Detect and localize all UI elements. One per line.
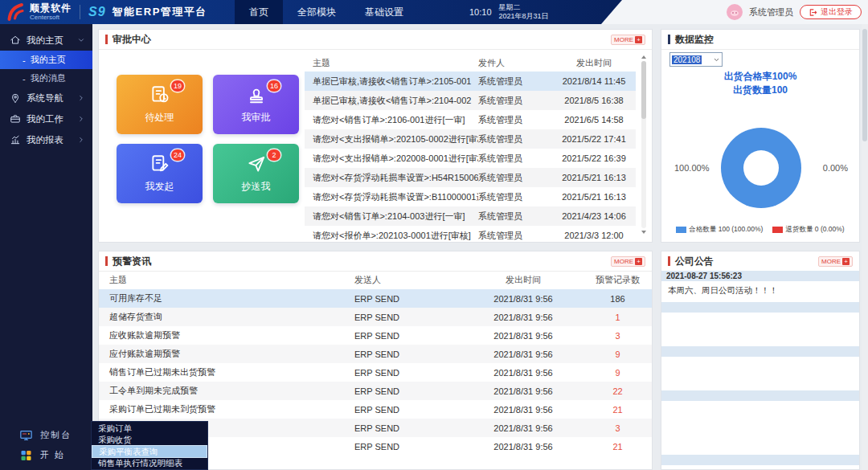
sidebar-item-work[interactable]: 我的工作 <box>0 108 92 129</box>
monitor-icon <box>19 429 33 442</box>
row-time: 2021/5/22 17:41 <box>552 134 636 144</box>
scroll-up-arrow[interactable] <box>641 55 646 59</box>
sidebar-item-report[interactable]: 我的报表 <box>0 129 92 150</box>
popup-item[interactable]: 采购平衡表查询 <box>92 446 207 457</box>
row-time: 2021/8/31 9:56 <box>463 423 583 433</box>
sidebar-subitem[interactable]: -我的消息 <box>0 69 92 88</box>
legend-swatch <box>676 227 686 233</box>
row-time: 2021/8/31 9:56 <box>463 368 583 378</box>
approval-row[interactable]: 请您对<销售订单>:2106-001进行[一审]系统管理员2021/6/5 14… <box>305 110 636 129</box>
notice-date-row[interactable] <box>661 455 859 465</box>
notice-more-link[interactable]: MORE + <box>818 256 853 267</box>
erp-home-screen: 顺景软件 Centersoft S9 智能ERP管理平台 首页全部模块基础设置 … <box>0 0 868 470</box>
row-time: 2021/3/3 12:00 <box>552 231 636 240</box>
notice-content <box>661 313 859 346</box>
home-icon <box>10 35 21 46</box>
scroll-down-arrow[interactable] <box>641 231 646 234</box>
approval-row[interactable]: 请您对<存货浮动耗损率设置>:H54R15006002进行[审核]系统管理员20… <box>305 168 636 187</box>
alert-row[interactable]: 采购订单已过期未到货预警ERP SEND2021/8/31 9:5621 <box>99 400 652 419</box>
row-alert-count: 9 <box>583 349 652 359</box>
start-popup-menu: 采购订单采购收货采购平衡表查询销售单执行情况明细表 <box>91 421 208 470</box>
approval-row[interactable]: 请您对<报价单>:202103-0001进行[审核]系统管理员2021/3/3 … <box>305 226 636 245</box>
notice-date-row[interactable] <box>661 390 859 401</box>
row-sender: 系统管理员 <box>478 76 552 88</box>
approval-panel-header: 审批中心 MORE + <box>99 30 652 50</box>
alert-row[interactable]: 工令单到期未完成预警ERP SEND2021/8/31 9:5622 <box>99 382 652 400</box>
panel-accent <box>668 256 670 266</box>
approval-table-header: 主题 发件人 发出时间 <box>305 54 636 72</box>
alert-row[interactable]: 应收账款逾期预警ERP SEND2021/8/31 9:563 <box>99 326 652 345</box>
row-subject: 单据已审核,请接收<销售订单>:2104-002 <box>305 95 478 107</box>
approval-row[interactable]: 单据已审核,请接收<销售订单>:2105-001系统管理员2021/8/14 1… <box>305 72 636 91</box>
logout-button[interactable]: 退出登录 <box>800 5 862 19</box>
alert-row[interactable]: 销售订单已过期未出货预警ERP SEND2021/8/31 9:569 <box>99 363 652 382</box>
topbar-right: 系统管理员 退出登录 <box>727 0 862 24</box>
chevron-right-icon <box>77 94 85 102</box>
notice-content: 本周六、周日公司活动！！！ <box>661 281 859 302</box>
period-select[interactable]: 202108 <box>669 52 723 67</box>
row-time: 2021/8/31 9:56 <box>463 313 583 322</box>
metric-pass-rate: 出货合格率100% <box>661 70 859 84</box>
count-badge: 24 <box>171 149 184 161</box>
approval-row[interactable]: 请您对<存货浮动耗损率设置>:B11000001进行[审核]系统管理员2021/… <box>305 187 636 206</box>
top-nav-tab[interactable]: 基础设置 <box>350 0 418 24</box>
donut-label-right: 0.00% <box>823 163 848 173</box>
row-subject: 应收账款逾期预警 <box>99 329 354 341</box>
monitor-metrics: 出货合格率100% 出货数量100 <box>661 70 859 97</box>
row-subject: 请您对<存货浮动耗损率设置>:H54R15006002进行[审核] <box>305 172 478 184</box>
notice-date-row[interactable] <box>661 302 859 313</box>
console-button[interactable]: 控制台 <box>0 425 92 445</box>
row-time: 2021/8/31 9:56 <box>463 331 583 341</box>
approval-more-link[interactable]: MORE + <box>611 35 645 45</box>
clock: 10:10 星期二 2021年8月31日 <box>469 0 549 24</box>
approval-tile-approve[interactable]: 16我审批 <box>213 75 299 134</box>
page-scrollbar[interactable] <box>862 24 868 470</box>
scroll-thumb[interactable] <box>641 61 646 119</box>
chart-legend: 合格数量 100 (100.00%)退货数量 0 (0.00%) <box>661 225 859 235</box>
row-subject: 可用库存不足 <box>99 292 354 304</box>
top-nav-tab[interactable]: 全部模块 <box>283 0 350 24</box>
row-alert-count: 9 <box>583 368 652 378</box>
approval-row[interactable]: 请您对<支出报销单>:202008-0001进行[审核]系统管理员2021/5/… <box>305 149 636 168</box>
chevron-right-icon <box>77 115 85 123</box>
sidebar-bottom: 控制台 开 始 <box>0 425 92 465</box>
approval-tile-todo[interactable]: 19待处理 <box>117 75 203 134</box>
notice-date-row[interactable] <box>661 346 859 357</box>
row-subject: 单据已审核,请接收<销售订单>:2105-001 <box>305 76 478 88</box>
col-header-subject: 主题 <box>99 274 354 286</box>
top-nav-tab[interactable]: 首页 <box>235 0 283 24</box>
top-nav: 首页全部模块基础设置 <box>235 0 418 24</box>
count-badge: 19 <box>171 80 184 92</box>
approval-scrollbar <box>640 55 648 234</box>
sidebar-item-nav[interactable]: 系统导航 <box>0 88 92 108</box>
alert-row[interactable]: 应付账款逾期预警ERP SEND2021/8/31 9:569 <box>99 345 652 363</box>
approval-tile-start[interactable]: 24我发起 <box>117 144 203 203</box>
user-name: 系统管理员 <box>749 6 793 18</box>
approval-row[interactable]: 请您对<支出报销单>:202105-0002进行[审核]系统管理员2021/5/… <box>305 129 636 149</box>
popup-item[interactable]: 采购订单 <box>92 423 207 434</box>
sidebar: 我的主页-我的主页-我的消息系统导航我的工作我的报表 控制台 开 始 <box>0 24 92 470</box>
approval-tile-cc[interactable]: 2抄送我 <box>213 144 299 203</box>
approval-row[interactable]: 请您对<销售订单>:2104-003进行[一审]系统管理员2021/4/23 1… <box>305 206 636 226</box>
popup-item[interactable]: 销售单执行情况明细表 <box>92 457 207 468</box>
row-time: 2021/5/21 16:13 <box>552 173 636 182</box>
scroll-track[interactable] <box>641 61 646 228</box>
approval-row[interactable]: 单据已审核,请接收<销售订单>:2104-002系统管理员2021/8/5 16… <box>305 91 636 110</box>
notice-date-row[interactable]: 2021-08-27 15:56:23 <box>661 271 859 281</box>
row-sender: 系统管理员 <box>478 230 552 242</box>
alert-row[interactable]: 可用库存不足ERP SEND2021/8/31 9:56186 <box>99 289 652 308</box>
approval-center-panel: 审批中心 MORE + 19待处理16我审批24我发起2抄送我 主题 发件人 发… <box>98 29 653 243</box>
popup-item[interactable]: 采购收货 <box>92 434 207 445</box>
user-avatar[interactable] <box>727 4 743 20</box>
sidebar-subitem[interactable]: -我的主页 <box>0 51 92 69</box>
brand-divider <box>80 5 80 19</box>
start-button[interactable]: 开 始 <box>0 445 92 465</box>
company-logo-icon <box>5 2 26 22</box>
row-time: 2021/8/31 9:56 <box>463 405 583 415</box>
sidebar-item-home[interactable]: 我的主页 <box>0 30 92 51</box>
donut-chart <box>721 128 801 208</box>
plus-icon: + <box>635 36 642 43</box>
alert-row[interactable]: 超储存货查询ERP SEND2021/8/31 9:561 <box>99 308 652 326</box>
page-scrollbar-thumb[interactable] <box>862 29 867 141</box>
alerts-more-link[interactable]: MORE + <box>611 256 645 267</box>
